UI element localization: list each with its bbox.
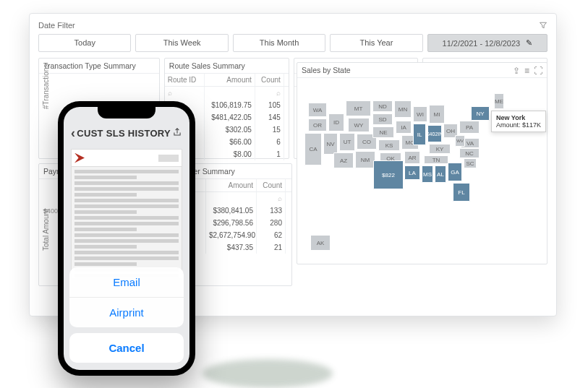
state-az[interactable]: AZ [333,152,354,168]
state-ut[interactable]: UT [339,133,355,151]
state-wy[interactable]: WY [348,118,370,132]
state-sd[interactable]: SD [372,113,393,125]
col-amount[interactable]: Amount [205,74,255,86]
share-icon[interactable] [172,127,182,139]
state-or[interactable]: OR [308,118,327,132]
fullscreen-icon[interactable]: ⛶ [534,66,542,76]
action-airprint[interactable]: Airprint [69,298,184,327]
tab-this-week[interactable]: This Week [135,34,228,52]
state-mi[interactable]: MI [429,105,445,124]
mobile-device: ‹ CUST SLS HISTORY [58,101,195,376]
state-la[interactable]: LA [404,165,420,180]
state-ks[interactable]: KS [378,139,400,151]
state-al[interactable]: AL [435,165,446,183]
state-pa[interactable]: PA [459,121,480,134]
state-nm[interactable]: NM [355,151,375,168]
panel-title: Transaction Type Summary [39,59,159,74]
doc-header [72,150,182,167]
decorative-shadow [203,359,333,388]
phone-notch [98,107,155,118]
col-count[interactable]: Count [255,74,284,86]
share-icon[interactable]: ⇪ [513,66,520,76]
menu-icon[interactable]: ≡ [524,66,529,76]
state-nv[interactable]: NV [323,133,338,155]
state-tx[interactable]: $822 [373,160,404,189]
state-mn[interactable]: MN [394,100,412,118]
tab-this-month[interactable]: This Month [233,34,325,52]
state-ny[interactable]: NY [471,106,490,121]
state-nc[interactable]: NC [459,148,480,158]
y-axis-label: Total Amount [42,209,50,251]
state-fl[interactable]: FL [453,183,470,202]
state-me[interactable]: ME [494,93,504,109]
filter-icon[interactable] [539,21,547,30]
panel-sales-by-state: Sales by State ⇪ ≡ ⛶ WA OR CA NV ID UT A… [297,62,547,264]
pencil-icon[interactable]: ✎ [526,38,532,48]
phone-title: CUST SLS HISTORY [77,128,171,139]
action-sheet: Email Airprint Cancel [69,267,184,363]
table-header: Route ID Amount Count [165,74,289,87]
back-icon[interactable]: ‹ [71,126,75,141]
panel-title: Route Sales Summary [165,59,289,74]
state-wa[interactable]: WA [308,103,327,117]
panel-title: Sales by State [297,63,547,78]
state-ms[interactable]: MS [422,165,433,183]
table-search-row: ⌕ ⌕ [165,87,289,99]
report-document[interactable] [71,149,182,279]
state-ak[interactable]: AK [310,235,331,251]
action-group: Email Airprint [69,267,184,327]
y-axis-label: #Transactions [42,64,50,109]
state-mt[interactable]: MT [346,100,371,116]
state-ca[interactable]: CA [304,133,322,165]
col-amount[interactable]: Amount [206,179,257,191]
tab-this-year[interactable]: This Year [330,34,422,52]
search-icon[interactable]: ⌕ [257,192,286,204]
date-range-text: 11/2/2021 - 12/8/2023 [443,39,521,48]
state-wv[interactable]: WV [455,135,465,147]
search-icon[interactable]: ⌕ [165,87,205,99]
state-id[interactable]: ID [328,113,344,132]
state-in[interactable]: $402IN [427,125,442,142]
state-ky[interactable]: KY [429,144,451,154]
us-map[interactable]: WA OR CA NV ID UT AZ MT WY CO NM ND SD N… [304,85,540,256]
state-nd[interactable]: ND [372,100,393,112]
tab-today[interactable]: Today [38,34,131,52]
action-cancel[interactable]: Cancel [69,333,184,363]
state-ga[interactable]: GA [448,163,462,181]
col-count[interactable]: Count [257,179,286,191]
state-ia[interactable]: IA [396,121,412,134]
date-filter-tabs: Today This Week This Month This Year 11/… [38,34,547,52]
state-ar[interactable]: AR [404,151,420,164]
action-email[interactable]: Email [69,267,184,298]
phone-nav-bar: ‹ CUST SLS HISTORY [64,121,189,145]
state-il[interactable]: IL [413,124,426,145]
tab-date-range[interactable]: 11/2/2021 - 12/8/2023 ✎ [427,34,547,52]
phone-screen: ‹ CUST SLS HISTORY [64,107,189,370]
state-sc[interactable]: SC [464,158,477,168]
map-tooltip: New York Amount: $117K [491,111,546,132]
date-filter-label: Date Filter [38,21,75,30]
state-wi[interactable]: WI [413,106,427,122]
company-logo-icon [74,153,85,163]
col-route-id[interactable]: Route ID [165,74,205,86]
state-tn[interactable]: TN [424,155,448,164]
state-ne[interactable]: NE [372,126,394,138]
doc-body [72,167,182,279]
search-icon[interactable]: ⌕ [255,87,284,99]
